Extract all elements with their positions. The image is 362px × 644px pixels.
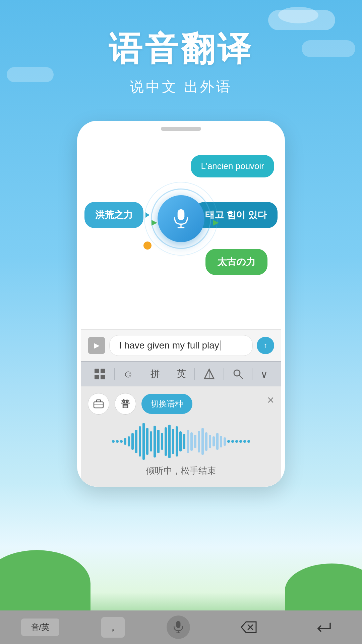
wave-dot (227, 440, 230, 443)
wave-bar (131, 433, 134, 450)
phone-notch (161, 127, 201, 131)
input-area: ▶ I have given my full play ↑ (81, 329, 281, 361)
wave-dot (112, 440, 115, 443)
wave-bar (190, 432, 193, 451)
svg-rect-3 (95, 369, 99, 373)
divider-1 (114, 368, 115, 380)
voice-panel-header: 普 切换语种 (88, 393, 274, 415)
wave-bar (161, 433, 163, 450)
wave-dot (235, 440, 238, 443)
expand-button[interactable]: ▶ (88, 337, 105, 354)
wave-bar (165, 427, 167, 456)
bottom-bar: 音/英 ， (0, 610, 362, 644)
grid-button[interactable] (90, 367, 110, 381)
language-toggle-button[interactable]: 音/英 (21, 619, 60, 636)
mic-button[interactable] (158, 195, 204, 242)
wave-bar (216, 433, 219, 450)
wave-dot (247, 440, 250, 443)
voice-mode-standard[interactable]: 普 (115, 393, 136, 415)
microphone-icon (171, 209, 191, 229)
wave-bar (183, 434, 185, 449)
bottom-mic-button[interactable] (167, 615, 190, 639)
wave-bar (224, 437, 226, 446)
wave-dot (116, 440, 119, 443)
wave-bar (172, 429, 174, 454)
chat-area: L'ancien pouvoir 洪荒之力 ▶ (81, 135, 281, 329)
phone-body: L'ancien pouvoir 洪荒之力 ▶ (77, 121, 285, 487)
pinyin-button[interactable]: 拼 (146, 366, 164, 382)
delete-icon (240, 621, 257, 634)
enter-button[interactable] (307, 617, 341, 637)
divider-6 (252, 368, 252, 380)
search-button[interactable] (228, 367, 248, 381)
divider-2 (142, 368, 142, 380)
wave-bar (220, 436, 222, 447)
wave-bar (168, 425, 171, 458)
divider-5 (224, 368, 224, 380)
svg-rect-4 (101, 369, 105, 373)
wave-dot (231, 440, 234, 443)
voice-mode-briefcase[interactable] (88, 393, 109, 415)
wave-dot (239, 440, 242, 443)
voice-hint: 倾听中，松手结束 (88, 465, 274, 480)
bubble-japanese: 太古の力 (205, 249, 267, 275)
wave-bar (128, 436, 130, 446)
english-button[interactable]: 英 (173, 366, 190, 382)
wave-bar (179, 431, 182, 451)
wave-bar (187, 430, 189, 453)
briefcase-icon (93, 398, 104, 409)
bottom-mic-icon (172, 621, 185, 634)
enter-icon (315, 621, 333, 634)
wave-bar (150, 431, 152, 451)
wave-bar (205, 432, 207, 451)
wave-bar (213, 436, 215, 446)
input-text: I have given my full play (119, 340, 219, 351)
send-button[interactable]: ↑ (257, 337, 274, 354)
svg-rect-0 (178, 209, 185, 220)
grid-icon (94, 368, 106, 380)
wave-bar (198, 431, 200, 452)
wave-bar (135, 430, 137, 453)
input-cursor (221, 340, 221, 351)
phone-mockup: L'ancien pouvoir 洪荒之力 ▶ (77, 121, 285, 487)
app-title: 语音翻译 (0, 27, 362, 72)
wave-bar (209, 435, 211, 448)
keyboard-toolbar: ☺ 拼 英 (81, 361, 281, 386)
header: 语音翻译 说中文 出外语 (0, 27, 362, 96)
waveform (88, 421, 274, 462)
send-icon: ↑ (264, 341, 267, 350)
language-switch-button[interactable]: 切换语种 (141, 394, 192, 414)
text-input-field[interactable]: I have given my full play (109, 335, 253, 356)
bubble-french: L'ancien pouvoir (191, 155, 274, 177)
wave-dot (243, 440, 246, 443)
divider-4 (194, 368, 195, 380)
voice-close-button[interactable]: × (267, 393, 274, 407)
wave-bar (201, 428, 204, 455)
svg-rect-5 (95, 375, 99, 379)
emoji-button[interactable]: ☺ (119, 367, 137, 381)
cloud-1b (278, 7, 318, 23)
delete-button[interactable] (232, 617, 265, 637)
app-subtitle: 说中文 出外语 (0, 77, 362, 96)
orange-indicator (143, 241, 152, 250)
svg-rect-13 (176, 621, 181, 628)
wave-bar (176, 426, 178, 457)
arrow-right-icon: ▶ (213, 218, 219, 227)
svg-line-10 (239, 375, 242, 378)
phone-screen: L'ancien pouvoir 洪荒之力 ▶ (81, 135, 281, 487)
comma-button[interactable]: ， (101, 617, 125, 638)
wave-bar (142, 423, 145, 460)
wave-bar (157, 430, 160, 453)
wave-bar (124, 438, 126, 445)
wave-dot (120, 440, 123, 443)
svg-rect-6 (101, 375, 105, 379)
handwrite-button[interactable] (199, 367, 219, 381)
wave-bar (194, 435, 196, 448)
wave-bar (146, 428, 148, 455)
bubble-chinese: 洪荒之力 (84, 202, 143, 228)
collapse-button[interactable]: ∨ (256, 367, 272, 381)
wave-bar (139, 426, 141, 457)
voice-panel: 普 切换语种 × 倾听中，松手结束 (81, 386, 281, 487)
search-icon (232, 368, 244, 380)
arrow-left-icon: ▶ (152, 218, 157, 227)
